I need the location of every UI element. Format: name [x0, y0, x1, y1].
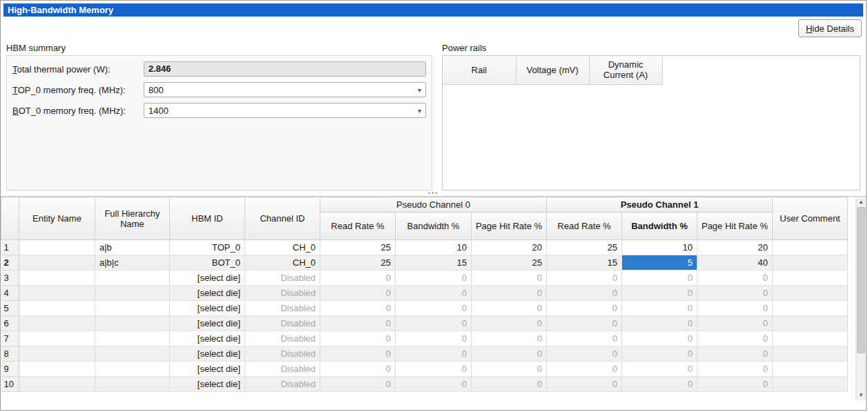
row-number[interactable]: 4 — [1, 286, 19, 301]
full-hierarchy-name-cell[interactable] — [95, 362, 170, 377]
pc1-read-rate-cell[interactable]: 25 — [547, 240, 622, 255]
channel-id-cell[interactable]: Disabled — [245, 377, 320, 392]
pc0-bandwidth-cell[interactable]: 0 — [396, 346, 472, 362]
pc1-page-hit-rate-cell[interactable]: 0 — [697, 316, 773, 331]
hbm-id-cell[interactable]: [select die] — [170, 377, 245, 392]
user-comment-cell[interactable] — [773, 331, 848, 346]
pc0-read-rate-cell[interactable]: 25 — [320, 255, 396, 271]
full-hierarchy-name-cell[interactable] — [95, 377, 170, 392]
full-hierarchy-name-cell[interactable]: a|b — [95, 240, 170, 255]
full-hierarchy-name-cell[interactable]: a|b|c — [95, 255, 170, 271]
scrollbar-thumb[interactable] — [857, 207, 865, 353]
pc0-read-rate-cell[interactable]: 0 — [320, 331, 396, 346]
entity-name-cell[interactable] — [19, 271, 95, 286]
pc0-read-rate-cell[interactable]: 0 — [320, 301, 396, 316]
channel-id-cell[interactable]: Disabled — [245, 362, 320, 377]
splitter-handle[interactable]: ••• — [1, 190, 866, 196]
hbm-id-cell[interactable]: BOT_0 — [170, 255, 245, 271]
pc0-page-hit-rate-cell[interactable]: 0 — [472, 331, 547, 346]
user-comment-cell[interactable] — [773, 255, 848, 271]
col-pc0-read-rate[interactable]: Read Rate % — [320, 213, 396, 240]
col-pc0-bandwidth[interactable]: Bandwidth % — [396, 213, 472, 240]
user-comment-cell[interactable] — [773, 240, 848, 255]
row-number[interactable]: 3 — [1, 271, 19, 286]
col-user-comment[interactable]: User Comment — [773, 197, 848, 240]
hbm-id-cell[interactable]: [select die] — [170, 301, 245, 316]
entity-name-cell[interactable] — [19, 331, 95, 346]
full-hierarchy-name-cell[interactable] — [95, 286, 170, 301]
pc1-page-hit-rate-cell[interactable]: 0 — [697, 346, 773, 362]
pc1-page-hit-rate-cell[interactable]: 0 — [697, 271, 773, 286]
entity-name-cell[interactable] — [19, 301, 95, 316]
channel-id-cell[interactable]: Disabled — [245, 316, 320, 331]
channel-id-cell[interactable]: Disabled — [245, 301, 320, 316]
user-comment-cell[interactable] — [773, 301, 848, 316]
entity-name-cell[interactable] — [19, 362, 95, 377]
row-number[interactable]: 1 — [1, 240, 19, 255]
pc1-bandwidth-cell[interactable]: 5 — [622, 255, 697, 271]
entity-name-cell[interactable] — [19, 316, 95, 331]
col-pc1-read-rate[interactable]: Read Rate % — [547, 213, 622, 240]
col-full-hierarchy-name[interactable]: Full Hierarchy Name — [95, 197, 170, 240]
pc1-read-rate-cell[interactable]: 0 — [547, 346, 622, 362]
pc0-bandwidth-cell[interactable]: 0 — [396, 286, 472, 301]
pc1-bandwidth-cell[interactable]: 0 — [622, 286, 697, 301]
pc0-bandwidth-cell[interactable]: 15 — [396, 255, 472, 271]
pc1-bandwidth-cell[interactable]: 0 — [622, 346, 697, 362]
bot0-freq-select[interactable]: 1400 ▾ — [144, 103, 426, 118]
pc0-page-hit-rate-cell[interactable]: 0 — [472, 271, 547, 286]
pc1-bandwidth-cell[interactable]: 0 — [622, 271, 697, 286]
hbm-id-cell[interactable]: [select die] — [170, 286, 245, 301]
pc1-read-rate-cell[interactable]: 0 — [547, 377, 622, 392]
entity-name-cell[interactable] — [19, 377, 95, 392]
pc0-bandwidth-cell[interactable]: 0 — [396, 362, 472, 377]
full-hierarchy-name-cell[interactable] — [95, 316, 170, 331]
pc0-page-hit-rate-cell[interactable]: 0 — [472, 301, 547, 316]
group-pseudo-channel-1[interactable]: Pseudo Channel 1 — [547, 197, 773, 213]
full-hierarchy-name-cell[interactable] — [95, 331, 170, 346]
hide-details-button[interactable]: Hide Details — [798, 19, 862, 37]
channel-id-cell[interactable]: CH_0 — [245, 255, 320, 271]
col-entity-name[interactable]: Entity Name — [19, 197, 95, 240]
row-number[interactable]: 8 — [1, 346, 19, 362]
vertical-scrollbar[interactable]: ▲ ▼ — [856, 197, 866, 400]
pc1-read-rate-cell[interactable]: 0 — [547, 301, 622, 316]
user-comment-cell[interactable] — [773, 346, 848, 362]
pc0-bandwidth-cell[interactable]: 10 — [396, 240, 472, 255]
pc0-read-rate-cell[interactable]: 0 — [320, 346, 396, 362]
pc1-page-hit-rate-cell[interactable]: 0 — [697, 331, 773, 346]
pc0-bandwidth-cell[interactable]: 0 — [396, 377, 472, 392]
row-number[interactable]: 9 — [1, 362, 19, 377]
col-hbm-id[interactable]: HBM ID — [170, 197, 245, 240]
hbm-id-cell[interactable]: [select die] — [170, 362, 245, 377]
pc0-page-hit-rate-cell[interactable]: 0 — [472, 362, 547, 377]
channel-id-cell[interactable]: Disabled — [245, 331, 320, 346]
col-pc1-bandwidth[interactable]: Bandwidth % — [622, 213, 697, 240]
pc0-page-hit-rate-cell[interactable]: 20 — [472, 240, 547, 255]
pc1-read-rate-cell[interactable]: 0 — [547, 271, 622, 286]
pc1-read-rate-cell[interactable]: 0 — [547, 362, 622, 377]
pc1-read-rate-cell[interactable]: 0 — [547, 331, 622, 346]
full-hierarchy-name-cell[interactable] — [95, 271, 170, 286]
pc0-read-rate-cell[interactable]: 0 — [320, 271, 396, 286]
entity-name-cell[interactable] — [19, 255, 95, 271]
full-hierarchy-name-cell[interactable] — [95, 301, 170, 316]
pc0-page-hit-rate-cell[interactable]: 0 — [472, 346, 547, 362]
pc0-bandwidth-cell[interactable]: 0 — [396, 301, 472, 316]
row-number[interactable]: 6 — [1, 316, 19, 331]
user-comment-cell[interactable] — [773, 377, 848, 392]
hbm-id-cell[interactable]: [select die] — [170, 271, 245, 286]
pc1-read-rate-cell[interactable]: 15 — [547, 255, 622, 271]
pc0-read-rate-cell[interactable]: 0 — [320, 286, 396, 301]
full-hierarchy-name-cell[interactable] — [95, 346, 170, 362]
pc1-page-hit-rate-cell[interactable]: 20 — [697, 240, 773, 255]
top0-freq-select[interactable]: 800 ▾ — [144, 82, 426, 97]
pc1-bandwidth-cell[interactable]: 0 — [622, 331, 697, 346]
pc0-page-hit-rate-cell[interactable]: 25 — [472, 255, 547, 271]
pc0-read-rate-cell[interactable]: 0 — [320, 362, 396, 377]
pc0-read-rate-cell[interactable]: 0 — [320, 316, 396, 331]
pc0-bandwidth-cell[interactable]: 0 — [396, 331, 472, 346]
hbm-id-cell[interactable]: [select die] — [170, 346, 245, 362]
col-rail[interactable]: Rail — [443, 56, 516, 84]
hbm-id-cell[interactable]: TOP_0 — [170, 240, 245, 255]
